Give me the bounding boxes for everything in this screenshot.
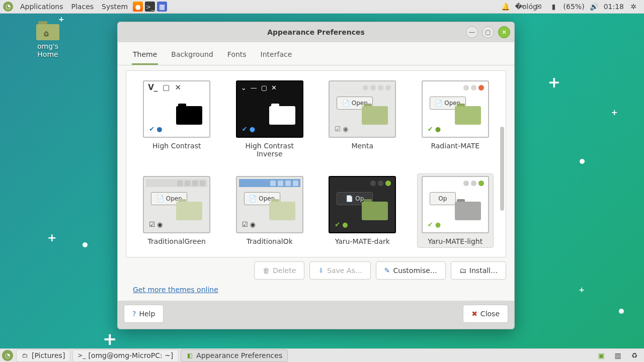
theme-high-contrast-inverse[interactable]: ⌄—▢✕ ✔ ● High Contrast Inverse bbox=[231, 78, 308, 160]
theme-label: TraditionalGreen bbox=[141, 237, 213, 245]
task-label: [omg@omg-MicroPC: ~] bbox=[88, 351, 173, 359]
menu-places[interactable]: Places bbox=[67, 0, 98, 14]
quicklaunch-firefox-icon[interactable]: ● bbox=[133, 2, 143, 12]
bottom-panel: ◔ 🗀 [Pictures] >_ [omg@omg-MicroPC: ~] ◧… bbox=[0, 348, 644, 362]
tab-theme[interactable]: Theme bbox=[132, 47, 158, 65]
volume-icon[interactable]: 🔊 bbox=[589, 3, 600, 11]
tab-interface[interactable]: Interface bbox=[260, 47, 293, 65]
theme-thumbnail: Op ✔ ● bbox=[422, 176, 489, 233]
window-titlebar[interactable]: Appearance Preferences — ▢ ✕ bbox=[118, 22, 514, 42]
theme-traditional-green[interactable]: 📄Open ☑ ◉ TraditionalGreen bbox=[138, 173, 215, 248]
delete-icon: 🗑 bbox=[263, 266, 270, 275]
notifications-icon[interactable]: 🔔 bbox=[500, 3, 511, 11]
delete-button: 🗑Delete bbox=[254, 261, 304, 280]
workspace-switcher-icon[interactable]: ▣ bbox=[596, 351, 607, 359]
save-icon: ⬇ bbox=[318, 266, 324, 275]
theme-thumbnail: 📄Open ☑ ◉ bbox=[329, 80, 396, 138]
theme-thumbnail: ⌄—▢✕ ✔ ● bbox=[236, 80, 303, 138]
theme-thumbnail: 📄Open ☑ ◉ bbox=[143, 176, 210, 233]
window-title: Appearance Preferences bbox=[267, 28, 365, 36]
theme-thumbnail: V_▢✕ ✔ ● bbox=[143, 80, 210, 138]
theme-traditional-ok[interactable]: 📄Open ☑ ◉ TraditionalOk bbox=[231, 173, 308, 248]
close-icon: ✖ bbox=[471, 310, 477, 318]
mate-logo-icon[interactable]: ◔ bbox=[3, 2, 13, 12]
theme-label: Menta bbox=[327, 142, 398, 150]
theme-list: V_▢✕ ✔ ● High Contrast ⌄—▢✕ ✔ ● bbox=[126, 70, 506, 257]
terminal-icon: >_ bbox=[78, 352, 85, 359]
task-label: [Pictures] bbox=[32, 351, 65, 359]
install-icon: 🗂 bbox=[459, 266, 466, 275]
task-label: Appearance Preferences bbox=[196, 351, 282, 359]
clock[interactable]: 01:18 bbox=[604, 3, 624, 11]
theme-high-contrast[interactable]: V_▢✕ ✔ ● High Contrast bbox=[138, 78, 215, 160]
theme-label: Yaru-MATE-light bbox=[420, 237, 492, 245]
task-appearance[interactable]: ◧ Appearance Preferences bbox=[181, 349, 288, 362]
appearance-icon: ◧ bbox=[186, 352, 193, 359]
desktop-home-label: omg's Home bbox=[26, 42, 69, 58]
window-maximize-button[interactable]: ▢ bbox=[482, 26, 494, 38]
theme-yaru-mate-light[interactable]: Op ✔ ● Yaru-MATE-light bbox=[417, 173, 494, 248]
show-desktop-button[interactable]: ◔ bbox=[2, 350, 13, 361]
desktop-home-folder[interactable]: ⌂ omg's Home bbox=[26, 21, 69, 58]
trash-icon[interactable]: ♻ bbox=[629, 351, 640, 359]
task-pictures[interactable]: 🗀 [Pictures] bbox=[16, 349, 70, 362]
menu-applications[interactable]: Applications bbox=[16, 0, 67, 14]
window-close-button[interactable]: ✕ bbox=[498, 26, 510, 38]
wifi-icon[interactable]: ᯤ bbox=[518, 3, 529, 11]
task-terminal[interactable]: >_ [omg@omg-MicroPC: ~] bbox=[72, 349, 179, 362]
save-as-button: ⬇Save As… bbox=[309, 261, 370, 280]
tab-background[interactable]: Background bbox=[170, 47, 214, 65]
tab-bar: Theme Background Fonts Interface bbox=[118, 42, 514, 65]
quicklaunch-terminal-icon[interactable]: >_ bbox=[145, 2, 155, 12]
mail-icon[interactable]: ✉ bbox=[533, 3, 544, 11]
close-button[interactable]: ✖Close bbox=[463, 305, 508, 323]
theme-label: High Contrast Inverse bbox=[234, 142, 306, 158]
help-button[interactable]: ?Help bbox=[124, 305, 164, 323]
folder-icon: 🗀 bbox=[22, 352, 29, 359]
theme-actions: 🗑Delete ⬇Save As… ✎Customise… 🗂Install… bbox=[118, 261, 514, 284]
theme-thumbnail: 📄Open ☑ ◉ bbox=[236, 176, 303, 233]
theme-label: Radiant-MATE bbox=[420, 142, 492, 150]
tab-fonts[interactable]: Fonts bbox=[226, 47, 248, 65]
dialog-footer: ?Help ✖Close bbox=[118, 301, 514, 329]
theme-label: TraditionalOk bbox=[234, 237, 306, 245]
window-list-icon[interactable]: ▥ bbox=[611, 351, 625, 359]
settings-icon[interactable]: ✲ bbox=[628, 3, 639, 11]
quicklaunch-screenshot-icon[interactable]: ▦ bbox=[157, 2, 167, 12]
top-panel: ◔ Applications Places System ● >_ ▦ 🔔 �o… bbox=[0, 0, 644, 14]
theme-label: Yaru-MATE-dark bbox=[327, 237, 398, 245]
menu-system[interactable]: System bbox=[98, 0, 132, 14]
scrollbar[interactable] bbox=[500, 127, 504, 211]
install-button[interactable]: 🗂Install… bbox=[451, 261, 506, 280]
help-icon: ? bbox=[132, 310, 136, 318]
theme-label: High Contrast bbox=[141, 142, 213, 150]
battery-icon[interactable]: ▮ bbox=[548, 3, 559, 11]
pencil-icon: ✎ bbox=[384, 266, 390, 275]
appearance-window: Appearance Preferences — ▢ ✕ Theme Backg… bbox=[117, 22, 515, 329]
theme-yaru-mate-dark[interactable]: 📄OpenOp ✔ ● Yaru-MATE-dark bbox=[324, 173, 401, 248]
theme-thumbnail: 📄Open ✔ ● bbox=[422, 80, 489, 138]
theme-menta[interactable]: 📄Open ☑ ◉ Menta bbox=[324, 78, 401, 160]
customise-button[interactable]: ✎Customise… bbox=[376, 261, 446, 280]
theme-thumbnail: 📄OpenOp ✔ ● bbox=[329, 176, 396, 233]
window-minimize-button[interactable]: — bbox=[466, 26, 478, 38]
folder-icon: ⌂ bbox=[36, 21, 59, 40]
more-themes-link[interactable]: Get more themes online bbox=[118, 284, 233, 301]
theme-radiant-mate[interactable]: 📄Open ✔ ● Radiant-MATE bbox=[417, 78, 494, 160]
battery-text: (65%) bbox=[564, 3, 585, 11]
